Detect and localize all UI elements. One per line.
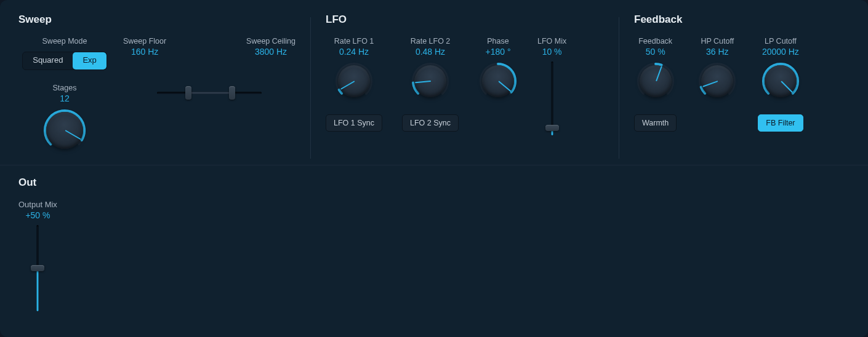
output-mix-param: Output Mix +50 % (18, 200, 57, 311)
stages-knob[interactable] (42, 108, 87, 153)
lfo-mix-label: LFO Mix (537, 37, 566, 46)
lfo-title: LFO (326, 14, 604, 26)
phase-label: Phase (487, 37, 508, 46)
rate-lfo2-knob[interactable] (411, 61, 450, 101)
sweep-mode-exp[interactable]: Exp (73, 52, 106, 69)
sweep-mode-label: Sweep Mode (42, 37, 87, 46)
lp-label: LP Cutoff (765, 37, 797, 46)
lfo-mix-thumb[interactable] (545, 125, 559, 131)
output-mix-label: Output Mix (18, 200, 57, 209)
sweep-ceiling-label: Sweep Ceiling (246, 37, 295, 46)
phaser-panel: Sweep Sweep Mode Squared Exp Stages 12 (0, 0, 868, 337)
rate-lfo1-label: Rate LFO 1 (334, 37, 374, 46)
stages-value: 12 (60, 93, 70, 103)
hp-knob[interactable] (697, 61, 737, 101)
hp-label: HP Cutoff (701, 37, 734, 46)
output-mix-slider[interactable] (31, 225, 44, 311)
sweep-ceiling-thumb[interactable] (229, 86, 235, 100)
section-lfo: LFO Rate LFO 1 0.24 Hz LFO 1 Sync (311, 14, 619, 165)
warmth-button[interactable]: Warmth (634, 114, 677, 132)
lfo-mix-slider[interactable] (546, 61, 558, 135)
lfo-mix-param: LFO Mix 10 % (537, 37, 566, 135)
hp-cutoff-param: HP Cutoff 36 Hz (697, 37, 737, 101)
rate-lfo1-param: Rate LFO 1 0.24 Hz LFO 1 Sync (326, 37, 382, 132)
feedback-title: Feedback (634, 14, 850, 26)
sweep-range-col: Sweep Floor 160 Hz Sweep Ceiling 3800 Hz (123, 37, 295, 153)
sweep-floor-label: Sweep Floor (123, 37, 166, 46)
output-mix-value: +50 % (25, 210, 50, 220)
bottom-row: Out Output Mix +50 % (0, 165, 868, 311)
output-mix-thumb[interactable] (31, 265, 44, 271)
rate-lfo2-param: Rate LFO 2 0.48 Hz LFO 2 Sync (402, 37, 459, 132)
rate-lfo1-value: 0.24 Hz (339, 47, 369, 57)
sweep-mode-and-stages: Sweep Mode Squared Exp Stages 12 (18, 37, 111, 153)
lfo-mix-value: 10 % (542, 47, 562, 57)
rate-lfo1-knob[interactable] (334, 61, 374, 101)
sweep-title: Sweep (18, 14, 295, 26)
section-sweep: Sweep Sweep Mode Squared Exp Stages 12 (18, 14, 310, 165)
hp-value: 36 Hz (706, 47, 729, 57)
lfo1-sync-button[interactable]: LFO 1 Sync (326, 114, 382, 132)
top-row: Sweep Sweep Mode Squared Exp Stages 12 (0, 0, 868, 165)
section-feedback: Feedback Feedback 50 % Warmth (619, 14, 850, 165)
feedback-value: 50 % (646, 47, 665, 57)
lfo2-sync-button[interactable]: LFO 2 Sync (402, 114, 459, 132)
phase-param: Phase +180 ° (478, 37, 518, 101)
feedback-knob[interactable] (636, 61, 675, 101)
section-out: Out Output Mix +50 % (18, 176, 850, 311)
sweep-ceiling-value: 3800 Hz (246, 47, 295, 57)
sweep-mode-segmented[interactable]: Squared Exp (22, 52, 107, 70)
sweep-range-slider[interactable] (157, 90, 262, 95)
phase-value: +180 ° (485, 47, 510, 57)
sweep-mode-squared[interactable]: Squared (23, 52, 73, 69)
feedback-param: Feedback 50 % Warmth (634, 37, 677, 132)
out-title: Out (18, 176, 850, 189)
lp-value: 20000 Hz (762, 47, 799, 57)
fb-filter-button[interactable]: FB Filter (758, 114, 803, 132)
feedback-label: Feedback (638, 37, 672, 46)
lp-knob[interactable] (761, 61, 800, 101)
rate-lfo2-label: Rate LFO 2 (411, 37, 451, 46)
phase-knob[interactable] (478, 61, 518, 101)
lp-cutoff-param: LP Cutoff 20000 Hz FB Filter (758, 37, 803, 132)
rate-lfo2-value: 0.48 Hz (416, 47, 445, 57)
stages-label: Stages (53, 84, 77, 92)
sweep-floor-value: 160 Hz (123, 47, 166, 57)
sweep-floor-thumb[interactable] (185, 86, 191, 100)
